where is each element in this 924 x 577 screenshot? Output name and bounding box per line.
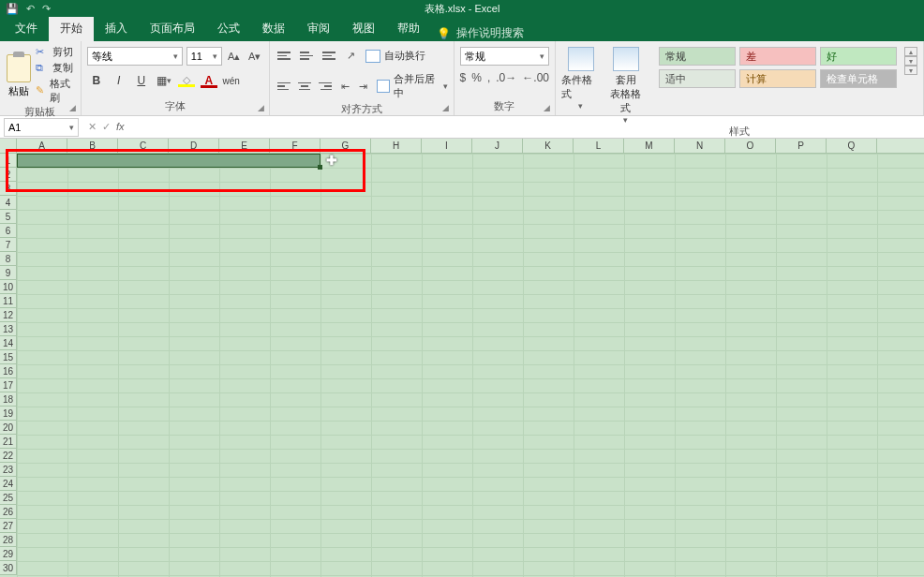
row-header-13[interactable]: 13 <box>0 322 17 336</box>
font-launcher[interactable]: ◢ <box>255 102 267 113</box>
row-header-27[interactable]: 27 <box>0 519 17 533</box>
tab-file[interactable]: 文件 <box>4 16 49 41</box>
increase-indent-button[interactable]: ⇥ <box>356 78 371 95</box>
redo-icon[interactable]: ↷ <box>42 3 51 15</box>
save-icon[interactable]: 💾 <box>6 3 19 15</box>
column-header-O[interactable]: O <box>725 139 776 153</box>
underline-button[interactable]: U <box>132 71 151 90</box>
decrease-font-button[interactable]: A▾ <box>246 48 263 65</box>
font-size-select[interactable]: 11▾ <box>186 47 222 66</box>
cell-style-good[interactable]: 好 <box>820 47 897 66</box>
row-header-17[interactable]: 17 <box>0 378 17 392</box>
tell-me-search[interactable]: 💡 操作说明搜索 <box>437 25 524 41</box>
row-header-3[interactable]: 3 <box>0 182 17 196</box>
row-header-24[interactable]: 24 <box>0 477 17 491</box>
bold-button[interactable]: B <box>87 71 106 90</box>
column-header-G[interactable]: G <box>320 139 371 153</box>
phonetic-button[interactable]: wén <box>222 71 241 90</box>
increase-decimal-button[interactable]: .0→ <box>496 71 516 84</box>
cell-style-neutral[interactable]: 适中 <box>659 69 736 88</box>
align-middle-button[interactable] <box>298 48 317 65</box>
cells-area[interactable]: ✚ <box>17 154 924 577</box>
row-header-2[interactable]: 2 <box>0 168 17 182</box>
align-bottom-button[interactable] <box>320 48 339 65</box>
column-header-I[interactable]: I <box>422 139 472 153</box>
alignment-launcher[interactable]: ◢ <box>440 102 452 113</box>
row-header-22[interactable]: 22 <box>0 449 17 463</box>
border-button[interactable]: ▦▾ <box>155 71 173 90</box>
column-header-F[interactable]: F <box>270 139 320 153</box>
number-format-select[interactable]: 常规▾ <box>460 47 549 66</box>
percent-button[interactable]: % <box>471 71 482 84</box>
row-header-25[interactable]: 25 <box>0 491 17 505</box>
row-header-26[interactable]: 26 <box>0 505 17 519</box>
cell-style-normal[interactable]: 常规 <box>659 47 736 66</box>
italic-button[interactable]: I <box>110 71 128 90</box>
tab-formulas[interactable]: 公式 <box>206 16 251 41</box>
accounting-button[interactable]: $ <box>460 71 467 84</box>
gallery-down-button[interactable]: ▾ <box>904 56 917 66</box>
row-header-9[interactable]: 9 <box>0 266 17 280</box>
clipboard-launcher[interactable]: ◢ <box>67 102 79 113</box>
tab-review[interactable]: 审阅 <box>296 16 341 41</box>
spreadsheet-grid[interactable]: ABCDEFGHIJKLMNOPQ 1234567891011121314151… <box>0 139 924 577</box>
cut-button[interactable]: ✂剪切 <box>36 45 75 59</box>
row-header-7[interactable]: 7 <box>0 238 17 252</box>
tab-data[interactable]: 数据 <box>251 16 296 41</box>
formula-cancel-button[interactable]: ✕ <box>88 121 97 133</box>
increase-font-button[interactable]: A▴ <box>226 48 243 65</box>
gallery-more-button[interactable]: ▾ <box>904 66 917 75</box>
orientation-button[interactable]: ↗ <box>343 48 360 65</box>
cell-style-calc[interactable]: 计算 <box>739 69 816 88</box>
row-header-6[interactable]: 6 <box>0 224 17 238</box>
row-header-28[interactable]: 28 <box>0 533 17 547</box>
cell-style-check[interactable]: 检查单元格 <box>820 69 897 88</box>
row-header-18[interactable]: 18 <box>0 392 17 407</box>
row-header-1[interactable]: 1 <box>0 154 17 168</box>
row-header-16[interactable]: 16 <box>0 364 17 378</box>
tab-help[interactable]: 帮助 <box>386 16 431 41</box>
merge-dropdown[interactable]: ▾ <box>443 81 448 91</box>
row-header-12[interactable]: 12 <box>0 308 17 322</box>
row-header-5[interactable]: 5 <box>0 210 17 224</box>
column-header-B[interactable]: B <box>67 139 118 153</box>
row-header-21[interactable]: 21 <box>0 435 17 449</box>
column-header-Q[interactable]: Q <box>827 139 877 153</box>
font-name-select[interactable]: 等线▾ <box>87 47 183 66</box>
column-header-P[interactable]: P <box>776 139 827 153</box>
cell-style-bad[interactable]: 差 <box>739 47 816 66</box>
column-header-L[interactable]: L <box>574 139 624 153</box>
column-header-C[interactable]: C <box>118 139 169 153</box>
merge-center-button[interactable]: 合并后居中 <box>375 70 440 102</box>
row-header-20[interactable]: 20 <box>0 421 17 435</box>
align-top-button[interactable] <box>276 48 294 65</box>
column-header-J[interactable]: J <box>472 139 523 153</box>
format-as-table-button[interactable]: 套用 表格格式 ▾ <box>606 47 646 125</box>
decrease-indent-button[interactable]: ⇤ <box>337 78 352 95</box>
decrease-decimal-button[interactable]: ←.00 <box>522 71 549 84</box>
select-all-corner[interactable] <box>0 139 17 153</box>
copy-button[interactable]: ⧉复制 <box>36 61 75 75</box>
column-header-E[interactable]: E <box>219 139 270 153</box>
number-launcher[interactable]: ◢ <box>541 102 553 113</box>
row-header-15[interactable]: 15 <box>0 350 17 364</box>
row-header-29[interactable]: 29 <box>0 547 17 561</box>
wrap-text-button[interactable]: 自动换行 <box>364 47 427 65</box>
tab-insert[interactable]: 插入 <box>94 16 139 41</box>
tab-home[interactable]: 开始 <box>49 16 94 41</box>
column-header-H[interactable]: H <box>371 139 422 153</box>
align-right-button[interactable] <box>317 78 334 95</box>
row-header-10[interactable]: 10 <box>0 280 17 294</box>
column-header-D[interactable]: D <box>169 139 219 153</box>
column-header-N[interactable]: N <box>675 139 725 153</box>
align-center-button[interactable] <box>296 78 313 95</box>
row-header-30[interactable]: 30 <box>0 561 17 575</box>
row-header-14[interactable]: 14 <box>0 336 17 350</box>
paste-button[interactable]: 粘贴 <box>6 52 32 98</box>
row-header-19[interactable]: 19 <box>0 407 17 421</box>
row-header-23[interactable]: 23 <box>0 463 17 477</box>
font-color-button[interactable]: A <box>200 71 218 90</box>
tab-view[interactable]: 视图 <box>341 16 386 41</box>
formula-enter-button[interactable]: ✓ <box>102 121 111 133</box>
column-header-M[interactable]: M <box>624 139 675 153</box>
